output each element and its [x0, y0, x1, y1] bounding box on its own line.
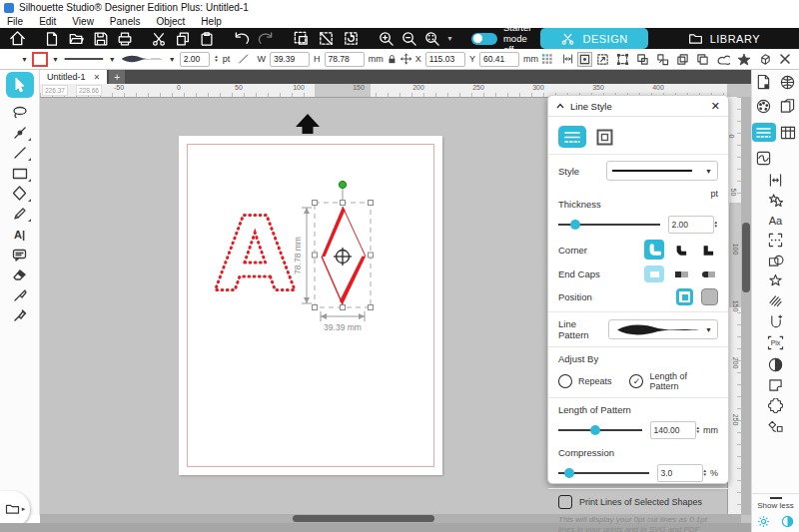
length-of-pattern-radio[interactable]: ✓: [629, 374, 643, 388]
menu-object[interactable]: Object: [156, 16, 185, 27]
tab-library[interactable]: LIBRARY: [670, 28, 778, 49]
line-style-dropdown[interactable]: [63, 52, 105, 66]
line-pattern-dropdown[interactable]: [120, 52, 165, 66]
zoom-in-icon[interactable]: [378, 30, 395, 47]
zoom-select-icon[interactable]: [423, 30, 440, 47]
cap-round-button[interactable]: [698, 266, 718, 282]
tab-close-icon[interactable]: ✕: [94, 73, 101, 82]
zoom-out-icon[interactable]: [400, 30, 417, 47]
shadow-icon[interactable]: [758, 53, 772, 66]
trace-offset-icon[interactable]: [769, 314, 783, 329]
position-center-button[interactable]: [676, 288, 693, 305]
page-setup-icon[interactable]: [756, 74, 771, 90]
line-angle-icon[interactable]: [238, 52, 249, 66]
select-same-icon[interactable]: [343, 30, 360, 47]
thickness-input[interactable]: 2.00: [180, 52, 211, 67]
cap-square-button[interactable]: [644, 266, 664, 282]
offset-panel-icon[interactable]: [768, 273, 783, 288]
text-tool[interactable]: A|: [9, 227, 31, 243]
y-input[interactable]: 60.41: [479, 52, 519, 67]
group-icon[interactable]: [636, 53, 649, 66]
settings-gear-icon[interactable]: [757, 515, 770, 528]
paste-icon[interactable]: [199, 31, 215, 47]
pixscan-icon[interactable]: Pix: [767, 335, 784, 350]
rotation-handle[interactable]: [339, 181, 346, 188]
line-pattern-dropdown[interactable]: ▼: [608, 319, 718, 339]
anchor-grid-icon[interactable]: [542, 53, 552, 65]
fill-caret[interactable]: ▼: [21, 56, 28, 63]
notes-tool[interactable]: [9, 247, 31, 263]
length-value[interactable]: 140.00: [650, 421, 696, 439]
open-folder-icon[interactable]: [68, 31, 85, 47]
repeats-radio[interactable]: [558, 374, 572, 388]
page-frame-icon[interactable]: [768, 233, 783, 248]
stroke-caret[interactable]: ▼: [52, 56, 59, 63]
theme-contrast-icon[interactable]: [781, 515, 794, 528]
bring-forward-icon[interactable]: [676, 53, 689, 66]
width-input[interactable]: 39.39: [270, 52, 310, 67]
menu-help[interactable]: Help: [201, 16, 222, 27]
cut-icon[interactable]: [151, 31, 167, 47]
menu-panels[interactable]: Panels: [110, 16, 141, 27]
vertical-scrollbar[interactable]: [741, 97, 751, 515]
length-stepper[interactable]: ▲▼: [696, 426, 700, 435]
ungroup-icon[interactable]: [656, 53, 669, 66]
trace-panel-icon[interactable]: [768, 378, 783, 392]
new-tab-button[interactable]: +: [109, 70, 125, 84]
compression-stepper[interactable]: ▲▼: [703, 469, 707, 478]
thickness-slider[interactable]: [558, 224, 660, 226]
position-inside-button[interactable]: [701, 288, 718, 305]
modify-panel-icon[interactable]: [768, 255, 784, 267]
home-icon[interactable]: [9, 30, 26, 47]
eraser-tool[interactable]: [9, 267, 31, 283]
transform-panel-icon[interactable]: [768, 174, 783, 187]
menu-edit[interactable]: Edit: [39, 16, 56, 27]
thickness-stepper[interactable]: ▲▼: [214, 55, 218, 64]
lock-aspect-icon[interactable]: [388, 53, 397, 66]
offset-star-icon[interactable]: [737, 53, 751, 66]
move-icon[interactable]: [400, 52, 411, 66]
stroke-swatch[interactable]: [32, 52, 48, 67]
zoom-dropdown-caret[interactable]: ▼: [446, 35, 453, 42]
style-dropdown[interactable]: ▼: [606, 161, 718, 181]
library-flyout-button[interactable]: ▸: [0, 491, 30, 527]
eyedropper-tool[interactable]: [9, 307, 31, 323]
select-tool[interactable]: [6, 72, 34, 98]
weld-icon[interactable]: [716, 53, 730, 65]
horizontal-scrollbar-thumb[interactable]: [293, 515, 434, 522]
select-all-icon[interactable]: [293, 30, 310, 47]
compression-slider[interactable]: [558, 472, 649, 474]
shade-panel-icon[interactable]: [768, 357, 783, 372]
menu-file[interactable]: File: [7, 16, 23, 27]
collapse-handle[interactable]: [770, 497, 782, 499]
knife-tool[interactable]: [9, 287, 31, 303]
transfer-icon[interactable]: [780, 99, 795, 114]
corner-round-button[interactable]: [644, 240, 664, 260]
registration-marks-icon[interactable]: [780, 75, 795, 90]
deselect-icon[interactable]: [318, 30, 335, 47]
panel-close-icon[interactable]: ✕: [711, 100, 720, 113]
center-crosshair[interactable]: [334, 248, 352, 266]
line-style-tab[interactable]: [558, 126, 586, 148]
replicate-panel-icon[interactable]: [768, 193, 784, 208]
scale-icon[interactable]: [596, 53, 609, 66]
show-less-label[interactable]: Show less: [757, 501, 793, 510]
rectangle-tool[interactable]: [9, 166, 31, 182]
color-settings-icon[interactable]: [756, 99, 771, 114]
line-style-caret[interactable]: ▼: [109, 56, 116, 63]
document-tab[interactable]: Untitled-1 ✕: [40, 70, 107, 84]
collapse-chevron-icon[interactable]: [556, 103, 564, 109]
menu-view[interactable]: View: [72, 16, 94, 27]
line-pattern-caret[interactable]: ▼: [169, 56, 176, 63]
send-backward-icon[interactable]: [696, 53, 709, 66]
delete-icon[interactable]: [779, 53, 791, 65]
print-icon[interactable]: [117, 31, 133, 47]
copy-icon[interactable]: [175, 31, 191, 47]
starter-mode-toggle[interactable]: [471, 33, 497, 45]
edit-points-tool[interactable]: [9, 125, 31, 141]
line-style-panel-icon[interactable]: [752, 123, 776, 142]
height-input[interactable]: 78.78: [325, 52, 365, 67]
sketch-panel-icon[interactable]: [768, 294, 783, 307]
tab-design[interactable]: DESIGN: [540, 28, 647, 49]
draw-tool[interactable]: [9, 206, 31, 222]
